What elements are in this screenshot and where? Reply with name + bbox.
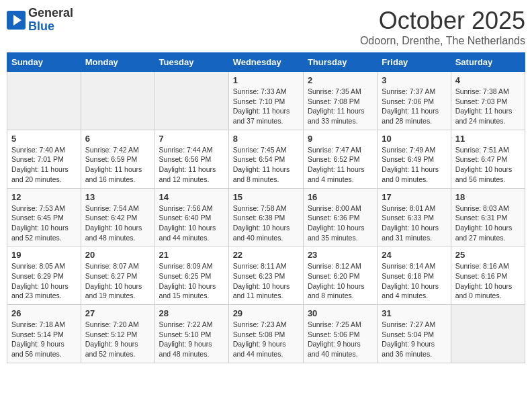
- logo-text: General Blue: [28, 7, 73, 34]
- calendar-cell: 5Sunrise: 7:40 AM Sunset: 7:01 PM Daylig…: [7, 130, 81, 188]
- day-info: Sunrise: 7:25 AM Sunset: 5:06 PM Dayligh…: [308, 320, 373, 359]
- calendar-cell: 27Sunrise: 7:20 AM Sunset: 5:12 PM Dayli…: [81, 305, 154, 363]
- calendar-cell: 21Sunrise: 8:09 AM Sunset: 6:25 PM Dayli…: [154, 246, 228, 305]
- logo-general: General: [28, 7, 73, 20]
- day-number: 18: [455, 192, 521, 202]
- title-section: October 2025 Odoorn, Drenthe, The Nether…: [360, 7, 525, 47]
- day-info: Sunrise: 7:42 AM Sunset: 6:59 PM Dayligh…: [85, 145, 150, 185]
- day-number: 30: [308, 308, 373, 318]
- calendar-cell: 17Sunrise: 8:01 AM Sunset: 6:33 PM Dayli…: [378, 188, 451, 246]
- page-header: General Blue October 2025 Odoorn, Drenth…: [7, 7, 525, 47]
- day-info: Sunrise: 8:00 AM Sunset: 6:36 PM Dayligh…: [308, 203, 373, 243]
- day-number: 4: [455, 75, 521, 85]
- day-number: 2: [308, 75, 373, 85]
- calendar-cell: [81, 72, 154, 130]
- day-number: 15: [233, 192, 299, 202]
- day-number: 6: [85, 134, 150, 144]
- day-number: 3: [382, 75, 446, 85]
- day-number: 1: [233, 75, 299, 85]
- logo: General Blue: [7, 7, 73, 34]
- month-title: October 2025: [360, 7, 525, 35]
- day-number: 16: [308, 192, 373, 202]
- calendar-cell: 15Sunrise: 7:58 AM Sunset: 6:38 PM Dayli…: [228, 188, 303, 246]
- day-info: Sunrise: 7:38 AM Sunset: 7:03 PM Dayligh…: [455, 87, 521, 126]
- day-info: Sunrise: 7:58 AM Sunset: 6:38 PM Dayligh…: [233, 203, 299, 243]
- calendar-cell: 11Sunrise: 7:51 AM Sunset: 6:47 PM Dayli…: [451, 130, 525, 188]
- calendar-cell: [7, 72, 81, 130]
- calendar-cell: 24Sunrise: 8:14 AM Sunset: 6:18 PM Dayli…: [378, 246, 451, 305]
- day-number: 9: [308, 134, 373, 144]
- location: Odoorn, Drenthe, The Netherlands: [360, 35, 525, 47]
- day-number: 14: [159, 192, 224, 202]
- day-info: Sunrise: 7:40 AM Sunset: 7:01 PM Dayligh…: [11, 145, 77, 185]
- day-info: Sunrise: 7:51 AM Sunset: 6:47 PM Dayligh…: [455, 145, 521, 185]
- calendar-cell: 19Sunrise: 8:05 AM Sunset: 6:29 PM Dayli…: [7, 246, 81, 305]
- weekday-header: Monday: [81, 53, 154, 72]
- calendar-cell: 8Sunrise: 7:45 AM Sunset: 6:54 PM Daylig…: [228, 130, 303, 188]
- day-number: 21: [159, 250, 224, 260]
- calendar-week-row: 5Sunrise: 7:40 AM Sunset: 7:01 PM Daylig…: [7, 130, 525, 188]
- calendar-week-row: 12Sunrise: 7:53 AM Sunset: 6:45 PM Dayli…: [7, 188, 525, 246]
- day-info: Sunrise: 8:12 AM Sunset: 6:20 PM Dayligh…: [308, 261, 373, 301]
- day-number: 5: [11, 134, 77, 144]
- calendar-week-row: 19Sunrise: 8:05 AM Sunset: 6:29 PM Dayli…: [7, 246, 525, 305]
- calendar-cell: 22Sunrise: 8:11 AM Sunset: 6:23 PM Dayli…: [228, 246, 303, 305]
- day-info: Sunrise: 7:27 AM Sunset: 5:04 PM Dayligh…: [382, 320, 446, 359]
- calendar-cell: 30Sunrise: 7:25 AM Sunset: 5:06 PM Dayli…: [303, 305, 377, 363]
- calendar-week-row: 26Sunrise: 7:18 AM Sunset: 5:14 PM Dayli…: [7, 305, 525, 363]
- day-info: Sunrise: 8:05 AM Sunset: 6:29 PM Dayligh…: [11, 261, 77, 301]
- weekday-header: Sunday: [7, 53, 81, 72]
- day-info: Sunrise: 8:09 AM Sunset: 6:25 PM Dayligh…: [159, 261, 224, 301]
- day-info: Sunrise: 8:03 AM Sunset: 6:31 PM Dayligh…: [455, 203, 521, 243]
- day-info: Sunrise: 7:20 AM Sunset: 5:12 PM Dayligh…: [85, 320, 150, 359]
- calendar-cell: 26Sunrise: 7:18 AM Sunset: 5:14 PM Dayli…: [7, 305, 81, 363]
- calendar-cell: 20Sunrise: 8:07 AM Sunset: 6:27 PM Dayli…: [81, 246, 154, 305]
- calendar-cell: 9Sunrise: 7:47 AM Sunset: 6:52 PM Daylig…: [303, 130, 377, 188]
- day-number: 29: [233, 308, 299, 318]
- day-number: 17: [382, 192, 446, 202]
- day-info: Sunrise: 7:23 AM Sunset: 5:08 PM Dayligh…: [233, 320, 299, 359]
- day-info: Sunrise: 7:37 AM Sunset: 7:06 PM Dayligh…: [382, 87, 446, 126]
- calendar-week-row: 1Sunrise: 7:33 AM Sunset: 7:10 PM Daylig…: [7, 72, 525, 130]
- day-info: Sunrise: 8:01 AM Sunset: 6:33 PM Dayligh…: [382, 203, 446, 243]
- day-info: Sunrise: 7:22 AM Sunset: 5:10 PM Dayligh…: [159, 320, 224, 359]
- day-info: Sunrise: 8:11 AM Sunset: 6:23 PM Dayligh…: [233, 261, 299, 301]
- day-info: Sunrise: 7:45 AM Sunset: 6:54 PM Dayligh…: [233, 145, 299, 185]
- weekday-header: Wednesday: [228, 53, 303, 72]
- calendar-cell: [154, 72, 228, 130]
- calendar-cell: 23Sunrise: 8:12 AM Sunset: 6:20 PM Dayli…: [303, 246, 377, 305]
- day-info: Sunrise: 7:56 AM Sunset: 6:40 PM Dayligh…: [159, 203, 224, 243]
- day-info: Sunrise: 7:49 AM Sunset: 6:49 PM Dayligh…: [382, 145, 446, 185]
- calendar-cell: 29Sunrise: 7:23 AM Sunset: 5:08 PM Dayli…: [228, 305, 303, 363]
- weekday-header: Friday: [378, 53, 451, 72]
- day-number: 23: [308, 250, 373, 260]
- day-info: Sunrise: 8:07 AM Sunset: 6:27 PM Dayligh…: [85, 261, 150, 301]
- calendar-cell: 14Sunrise: 7:56 AM Sunset: 6:40 PM Dayli…: [154, 188, 228, 246]
- day-info: Sunrise: 7:54 AM Sunset: 6:42 PM Dayligh…: [85, 203, 150, 243]
- calendar-cell: 6Sunrise: 7:42 AM Sunset: 6:59 PM Daylig…: [81, 130, 154, 188]
- day-info: Sunrise: 7:47 AM Sunset: 6:52 PM Dayligh…: [308, 145, 373, 185]
- logo-icon: [7, 11, 26, 30]
- day-info: Sunrise: 7:53 AM Sunset: 6:45 PM Dayligh…: [11, 203, 77, 243]
- day-number: 11: [455, 134, 521, 144]
- logo-blue: Blue: [28, 20, 73, 34]
- day-number: 22: [233, 250, 299, 260]
- calendar-cell: 25Sunrise: 8:16 AM Sunset: 6:16 PM Dayli…: [451, 246, 525, 305]
- calendar-cell: 31Sunrise: 7:27 AM Sunset: 5:04 PM Dayli…: [378, 305, 451, 363]
- day-number: 26: [11, 308, 77, 318]
- day-info: Sunrise: 8:14 AM Sunset: 6:18 PM Dayligh…: [382, 261, 446, 301]
- day-number: 25: [455, 250, 521, 260]
- day-number: 28: [159, 308, 224, 318]
- day-number: 31: [382, 308, 446, 318]
- day-info: Sunrise: 7:18 AM Sunset: 5:14 PM Dayligh…: [11, 320, 77, 359]
- calendar-cell: 13Sunrise: 7:54 AM Sunset: 6:42 PM Dayli…: [81, 188, 154, 246]
- calendar-cell: 3Sunrise: 7:37 AM Sunset: 7:06 PM Daylig…: [378, 72, 451, 130]
- day-info: Sunrise: 7:44 AM Sunset: 6:56 PM Dayligh…: [159, 145, 224, 185]
- day-number: 20: [85, 250, 150, 260]
- calendar-table: SundayMondayTuesdayWednesdayThursdayFrid…: [7, 52, 525, 363]
- calendar-header-row: SundayMondayTuesdayWednesdayThursdayFrid…: [7, 53, 525, 72]
- day-number: 27: [85, 308, 150, 318]
- day-number: 19: [11, 250, 77, 260]
- weekday-header: Saturday: [451, 53, 525, 72]
- weekday-header: Tuesday: [154, 53, 228, 72]
